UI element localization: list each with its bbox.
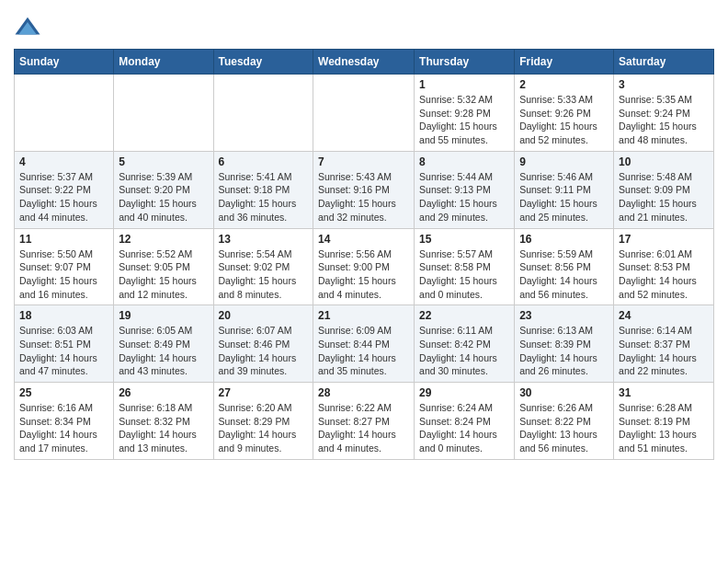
calendar-cell: 23Sunrise: 6:13 AMSunset: 8:39 PMDayligh… — [515, 305, 614, 383]
calendar-cell: 7Sunrise: 5:43 AMSunset: 9:16 PMDaylight… — [313, 151, 415, 228]
day-info: Sunrise: 6:18 AMSunset: 8:32 PMDaylight:… — [119, 401, 208, 455]
day-info: Sunrise: 5:35 AMSunset: 9:24 PMDaylight:… — [619, 93, 709, 147]
day-number: 3 — [619, 78, 709, 91]
calendar-cell: 2Sunrise: 5:33 AMSunset: 9:26 PMDaylight… — [515, 75, 614, 152]
day-info: Sunrise: 6:28 AMSunset: 8:19 PMDaylight:… — [619, 401, 709, 455]
day-number: 1 — [419, 78, 509, 91]
calendar-cell: 12Sunrise: 5:52 AMSunset: 9:05 PMDayligh… — [114, 228, 213, 305]
calendar-week-1: 1Sunrise: 5:32 AMSunset: 9:28 PMDaylight… — [15, 75, 714, 152]
calendar-cell: 16Sunrise: 5:59 AMSunset: 8:56 PMDayligh… — [515, 228, 614, 305]
col-header-wednesday: Wednesday — [313, 50, 415, 75]
day-number: 24 — [619, 309, 709, 322]
day-info: Sunrise: 5:48 AMSunset: 9:09 PMDaylight:… — [619, 170, 709, 224]
day-info: Sunrise: 6:26 AMSunset: 8:22 PMDaylight:… — [519, 401, 609, 455]
day-number: 14 — [318, 233, 409, 246]
day-number: 11 — [19, 233, 108, 246]
calendar-cell: 11Sunrise: 5:50 AMSunset: 9:07 PMDayligh… — [15, 228, 114, 305]
day-info: Sunrise: 5:39 AMSunset: 9:20 PMDaylight:… — [119, 170, 208, 224]
day-number: 8 — [419, 155, 509, 168]
calendar-cell: 17Sunrise: 6:01 AMSunset: 8:53 PMDayligh… — [614, 228, 714, 305]
day-number: 9 — [519, 155, 609, 168]
calendar-cell: 6Sunrise: 5:41 AMSunset: 9:18 PMDaylight… — [213, 151, 313, 228]
day-number: 19 — [119, 309, 208, 322]
header-row: SundayMondayTuesdayWednesdayThursdayFrid… — [15, 50, 714, 75]
day-info: Sunrise: 5:46 AMSunset: 9:11 PMDaylight:… — [519, 170, 609, 224]
day-number: 30 — [519, 386, 609, 399]
calendar-cell — [114, 75, 213, 152]
calendar-cell: 13Sunrise: 5:54 AMSunset: 9:02 PMDayligh… — [213, 228, 313, 305]
day-number: 12 — [119, 233, 208, 246]
day-info: Sunrise: 6:09 AMSunset: 8:44 PMDaylight:… — [318, 324, 409, 378]
calendar-cell: 8Sunrise: 5:44 AMSunset: 9:13 PMDaylight… — [415, 151, 515, 228]
day-number: 23 — [519, 309, 609, 322]
day-number: 28 — [318, 386, 409, 399]
day-info: Sunrise: 5:37 AMSunset: 9:22 PMDaylight:… — [19, 170, 108, 224]
day-number: 29 — [419, 386, 509, 399]
day-info: Sunrise: 5:50 AMSunset: 9:07 PMDaylight:… — [19, 247, 108, 302]
day-info: Sunrise: 6:14 AMSunset: 8:37 PMDaylight:… — [619, 324, 709, 378]
day-number: 27 — [219, 386, 309, 399]
day-info: Sunrise: 6:11 AMSunset: 8:42 PMDaylight:… — [419, 324, 509, 378]
calendar-cell: 5Sunrise: 5:39 AMSunset: 9:20 PMDaylight… — [114, 151, 213, 228]
calendar-cell: 15Sunrise: 5:57 AMSunset: 8:58 PMDayligh… — [415, 228, 515, 305]
day-info: Sunrise: 5:43 AMSunset: 9:16 PMDaylight:… — [318, 170, 409, 224]
day-info: Sunrise: 6:16 AMSunset: 8:34 PMDaylight:… — [19, 401, 108, 455]
day-info: Sunrise: 5:59 AMSunset: 8:56 PMDaylight:… — [519, 247, 609, 302]
calendar-cell: 22Sunrise: 6:11 AMSunset: 8:42 PMDayligh… — [415, 305, 515, 383]
calendar-cell: 27Sunrise: 6:20 AMSunset: 8:29 PMDayligh… — [213, 383, 313, 460]
day-info: Sunrise: 5:33 AMSunset: 9:26 PMDaylight:… — [519, 93, 609, 147]
day-info: Sunrise: 6:07 AMSunset: 8:46 PMDaylight:… — [219, 324, 309, 378]
day-number: 22 — [419, 309, 509, 322]
calendar-cell: 10Sunrise: 5:48 AMSunset: 9:09 PMDayligh… — [614, 151, 714, 228]
day-number: 31 — [619, 386, 709, 399]
calendar-cell: 21Sunrise: 6:09 AMSunset: 8:44 PMDayligh… — [313, 305, 415, 383]
day-info: Sunrise: 6:13 AMSunset: 8:39 PMDaylight:… — [519, 324, 609, 378]
logo-icon — [14, 14, 41, 41]
col-header-monday: Monday — [114, 50, 213, 75]
day-number: 4 — [19, 155, 108, 168]
col-header-friday: Friday — [515, 50, 614, 75]
calendar-week-4: 18Sunrise: 6:03 AMSunset: 8:51 PMDayligh… — [15, 305, 714, 383]
calendar-cell — [213, 75, 313, 152]
day-number: 13 — [219, 233, 309, 246]
day-number: 21 — [318, 309, 409, 322]
logo — [14, 14, 44, 41]
calendar-cell: 20Sunrise: 6:07 AMSunset: 8:46 PMDayligh… — [213, 305, 313, 383]
day-info: Sunrise: 5:54 AMSunset: 9:02 PMDaylight:… — [219, 247, 309, 302]
day-number: 2 — [519, 78, 609, 91]
day-info: Sunrise: 5:32 AMSunset: 9:28 PMDaylight:… — [419, 93, 509, 147]
calendar-cell: 31Sunrise: 6:28 AMSunset: 8:19 PMDayligh… — [614, 383, 714, 460]
calendar-cell: 4Sunrise: 5:37 AMSunset: 9:22 PMDaylight… — [15, 151, 114, 228]
col-header-thursday: Thursday — [415, 50, 515, 75]
day-info: Sunrise: 5:41 AMSunset: 9:18 PMDaylight:… — [219, 170, 309, 224]
day-number: 6 — [219, 155, 309, 168]
day-info: Sunrise: 5:56 AMSunset: 9:00 PMDaylight:… — [318, 247, 409, 302]
calendar-cell: 28Sunrise: 6:22 AMSunset: 8:27 PMDayligh… — [313, 383, 415, 460]
calendar-week-3: 11Sunrise: 5:50 AMSunset: 9:07 PMDayligh… — [15, 228, 714, 305]
col-header-sunday: Sunday — [15, 50, 114, 75]
day-number: 17 — [619, 233, 709, 246]
day-info: Sunrise: 6:22 AMSunset: 8:27 PMDaylight:… — [318, 401, 409, 455]
calendar-cell — [313, 75, 415, 152]
calendar-cell: 19Sunrise: 6:05 AMSunset: 8:49 PMDayligh… — [114, 305, 213, 383]
day-info: Sunrise: 6:03 AMSunset: 8:51 PMDaylight:… — [19, 324, 108, 378]
col-header-saturday: Saturday — [614, 50, 714, 75]
day-info: Sunrise: 5:44 AMSunset: 9:13 PMDaylight:… — [419, 170, 509, 224]
day-info: Sunrise: 6:05 AMSunset: 8:49 PMDaylight:… — [119, 324, 208, 378]
calendar-cell: 24Sunrise: 6:14 AMSunset: 8:37 PMDayligh… — [614, 305, 714, 383]
day-number: 16 — [519, 233, 609, 246]
day-info: Sunrise: 5:52 AMSunset: 9:05 PMDaylight:… — [119, 247, 208, 302]
calendar-cell: 14Sunrise: 5:56 AMSunset: 9:00 PMDayligh… — [313, 228, 415, 305]
calendar-cell: 30Sunrise: 6:26 AMSunset: 8:22 PMDayligh… — [515, 383, 614, 460]
day-number: 15 — [419, 233, 509, 246]
calendar-cell: 25Sunrise: 6:16 AMSunset: 8:34 PMDayligh… — [15, 383, 114, 460]
page: SundayMondayTuesdayWednesdayThursdayFrid… — [0, 0, 728, 474]
col-header-tuesday: Tuesday — [213, 50, 313, 75]
day-number: 20 — [219, 309, 309, 322]
header — [14, 9, 714, 41]
day-info: Sunrise: 5:57 AMSunset: 8:58 PMDaylight:… — [419, 247, 509, 302]
calendar-cell: 26Sunrise: 6:18 AMSunset: 8:32 PMDayligh… — [114, 383, 213, 460]
day-number: 25 — [19, 386, 108, 399]
day-info: Sunrise: 6:01 AMSunset: 8:53 PMDaylight:… — [619, 247, 709, 302]
calendar-week-5: 25Sunrise: 6:16 AMSunset: 8:34 PMDayligh… — [15, 383, 714, 460]
